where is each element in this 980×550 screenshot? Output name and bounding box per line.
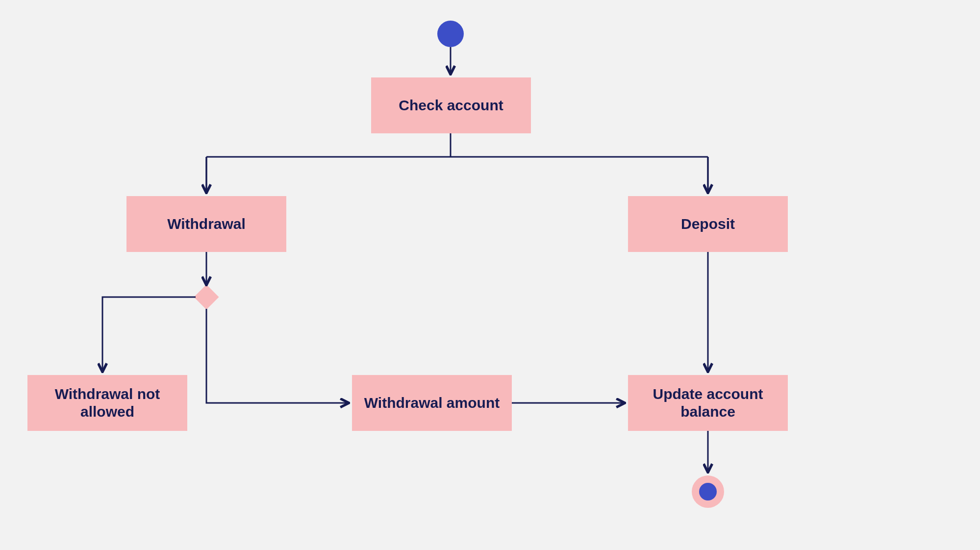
node-label: Deposit [681,215,735,233]
edge-decision-notallowed [102,297,196,371]
node-label: Check account [399,97,503,114]
node-label: Withdrawal not allowed [37,385,177,421]
node-deposit: Deposit [628,196,788,252]
start-node [437,21,464,47]
decision-diamond-icon [194,285,219,310]
edge-decision-amount [206,309,348,403]
node-check-account: Check account [371,77,531,133]
node-label: Update account balance [638,385,778,421]
edge-check-split [206,133,708,192]
node-withdrawal: Withdrawal [126,196,286,252]
node-label: Withdrawal amount [364,394,500,412]
node-label: Withdrawal [167,215,246,233]
node-withdrawal-not-allowed: Withdrawal not allowed [27,375,187,431]
node-withdrawal-amount: Withdrawal amount [352,375,512,431]
node-update-balance: Update account balance [628,375,788,431]
end-node [692,475,724,508]
end-node-inner-icon [699,483,717,500]
